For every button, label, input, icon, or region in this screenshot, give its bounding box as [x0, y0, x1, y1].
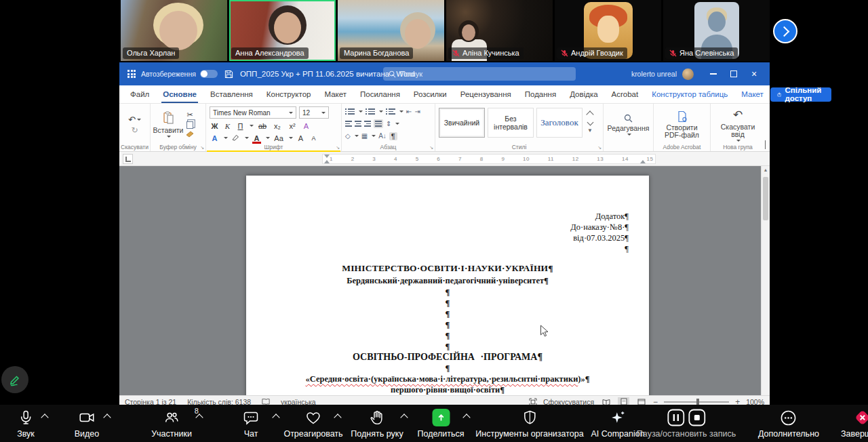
paste-dropdown[interactable]: [167, 136, 171, 138]
format-painter-icon[interactable]: [186, 131, 194, 138]
audio-options-chevron[interactable]: [42, 415, 47, 420]
style-no-spacing[interactable]: Без інтервалів: [488, 108, 534, 138]
tab-acrobat[interactable]: Acrobat: [605, 85, 646, 103]
pause-recording-icon[interactable]: [667, 409, 684, 426]
styles-scroll-down[interactable]: [587, 119, 593, 126]
sort-button[interactable]: А↓: [378, 132, 387, 140]
align-left-button[interactable]: [345, 121, 352, 127]
clear-formatting-button[interactable]: A: [301, 122, 311, 130]
toolbar-audio[interactable]: Звук: [17, 408, 35, 439]
stop-recording-icon[interactable]: [688, 409, 705, 426]
line-spacing-button[interactable]: ⇕: [386, 120, 391, 127]
toolbar-share-screen[interactable]: Поделиться: [417, 408, 464, 439]
toolbar-participants[interactable]: 8 Участники: [151, 408, 192, 439]
justify-button[interactable]: [374, 119, 383, 128]
change-case-dropdown[interactable]: [289, 137, 293, 139]
copy-icon[interactable]: [186, 121, 193, 129]
tab-table-design[interactable]: Конструктор таблиць: [645, 85, 734, 103]
tab-file[interactable]: Файл: [123, 85, 156, 103]
increase-indent-button[interactable]: ⇥: [414, 108, 420, 115]
align-center-button[interactable]: [355, 121, 361, 127]
app-grid-icon[interactable]: [127, 70, 136, 78]
cut-icon[interactable]: ✂: [186, 110, 193, 119]
share-options-chevron[interactable]: [464, 415, 469, 420]
zoom-slider-thumb[interactable]: [696, 399, 699, 405]
underline-button[interactable]: П: [235, 122, 245, 130]
account-name[interactable]: krolerto unreal: [631, 70, 677, 78]
text-effects-dropdown[interactable]: [224, 137, 228, 139]
toolbar-host-tools[interactable]: Инструменты организатора: [475, 408, 583, 439]
styles-dialog-launcher[interactable]: ↘: [597, 145, 601, 150]
video-options-chevron[interactable]: [104, 415, 110, 420]
show-formatting-marks-button[interactable]: ¶: [389, 132, 397, 140]
right-indent-marker[interactable]: [640, 160, 646, 163]
undo-button[interactable]: ↶: [128, 115, 141, 125]
bullets-button[interactable]: [345, 108, 355, 115]
numbering-button[interactable]: [366, 108, 375, 115]
font-name-select[interactable]: Times New Roman: [210, 106, 296, 119]
zoom-slider[interactable]: [664, 401, 729, 403]
grow-font-button[interactable]: А: [296, 134, 306, 142]
scroll-up-arrow[interactable]: ▲: [762, 166, 770, 174]
next-participants-button[interactable]: [773, 19, 797, 43]
annotate-button[interactable]: [1, 366, 28, 393]
toolbar-more[interactable]: Дополнительно: [758, 408, 819, 439]
decrease-indent-button[interactable]: ⇤: [406, 108, 412, 115]
toolbar-recording-controls[interactable]: Пауза/остановить запись: [637, 408, 736, 439]
style-normal[interactable]: Звичайний: [439, 108, 485, 138]
restore-button[interactable]: [724, 62, 744, 85]
collapse-ribbon-button[interactable]: [765, 140, 766, 148]
participants-options-chevron[interactable]: [197, 415, 202, 420]
raise-hand-options-chevron[interactable]: [401, 415, 407, 420]
autosave-toggle[interactable]: [200, 70, 218, 78]
text-effects-button[interactable]: А: [210, 134, 220, 142]
font-color-dropdown[interactable]: [266, 137, 270, 139]
align-right-button[interactable]: [364, 121, 371, 127]
bold-button[interactable]: Ж: [210, 122, 220, 130]
clipboard-dialog-launcher[interactable]: ↘: [200, 145, 204, 150]
redo-button[interactable]: ↻: [131, 125, 138, 135]
paragraph-dialog-launcher[interactable]: ↘: [429, 145, 433, 150]
multilevel-list-button[interactable]: [386, 108, 395, 115]
create-pdf-button[interactable]: Створити PDF-файл: [657, 106, 707, 142]
tab-review[interactable]: Рецензування: [454, 85, 518, 103]
tab-home[interactable]: Основне: [156, 85, 203, 103]
borders-button[interactable]: ▦: [361, 132, 368, 140]
tab-insert[interactable]: Вставлення: [203, 85, 260, 103]
superscript-button[interactable]: x²: [286, 122, 298, 130]
editing-button[interactable]: Редагування: [607, 106, 650, 142]
undo-input-button[interactable]: ↶ Скасувати ввід: [714, 106, 762, 142]
strikethrough-button[interactable]: ab: [256, 122, 269, 130]
document-page[interactable]: Додаток¶ До·наказу·№8·¶ від·07.03.2025¶ …: [246, 176, 649, 395]
shrink-font-button[interactable]: А: [309, 135, 319, 142]
account-avatar[interactable]: [682, 68, 694, 80]
scrollbar-thumb[interactable]: [763, 177, 768, 220]
participant-tile[interactable]: Марина Богданова: [338, 0, 444, 61]
highlight-button[interactable]: [231, 134, 241, 142]
minimize-button[interactable]: [703, 62, 724, 85]
style-heading[interactable]: Заголовок: [536, 108, 583, 138]
subscript-button[interactable]: x₂: [271, 122, 283, 130]
toolbar-reactions[interactable]: Отреагировать: [283, 408, 342, 439]
styles-scroll-up[interactable]: [586, 110, 593, 118]
save-icon[interactable]: [224, 70, 233, 79]
shading-button[interactable]: ◇: [345, 132, 351, 140]
toolbar-end-meeting[interactable]: Завершить: [841, 408, 868, 439]
font-size-select[interactable]: 12: [299, 106, 329, 119]
search-input[interactable]: Пошук: [383, 67, 576, 81]
font-color-button[interactable]: А: [252, 134, 262, 142]
tab-table-layout[interactable]: Макет: [734, 85, 770, 103]
italic-button[interactable]: К: [222, 122, 233, 130]
participant-tile[interactable]: Ольга Харлан: [121, 0, 227, 61]
tab-view[interactable]: Подання: [518, 85, 563, 103]
hanging-indent-marker[interactable]: [324, 160, 330, 163]
change-case-button[interactable]: Аа: [273, 134, 285, 142]
highlight-dropdown[interactable]: [245, 137, 249, 139]
styles-gallery-more[interactable]: ▼: [587, 127, 593, 134]
tab-layout[interactable]: Макет: [317, 85, 353, 103]
participant-tile[interactable]: Аліна Кучинська: [446, 0, 553, 61]
underline-dropdown[interactable]: [250, 125, 254, 127]
participant-tile[interactable]: Яна Слевінська: [663, 0, 770, 61]
font-dialog-launcher[interactable]: ↘: [336, 145, 340, 150]
participant-tile[interactable]: Андрій Гвоздик: [555, 0, 661, 61]
